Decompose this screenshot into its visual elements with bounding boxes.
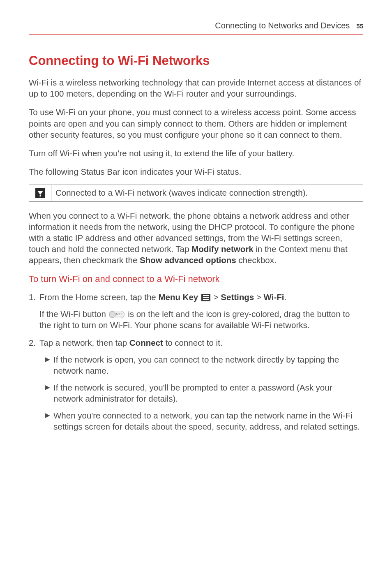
intro-para-1: Wi-Fi is a wireless networking technolog… xyxy=(29,77,363,99)
step-2: 2. Tap a network, then tap Connect to co… xyxy=(29,337,363,348)
step-2-text-2: to connect to it. xyxy=(163,338,223,347)
wifi-label: Wi-Fi xyxy=(264,292,284,302)
step-2-number: 2. xyxy=(29,337,36,348)
bullet-arrow-icon: ▶ xyxy=(45,383,50,391)
step-1-number: 1. xyxy=(29,291,36,303)
step1-sub-text-1: If the Wi-Fi button xyxy=(39,309,108,319)
step-2-text-1: Tap a network, then tap xyxy=(39,338,129,347)
step-1-period: . xyxy=(284,292,286,302)
step-1-sep-2: > xyxy=(254,292,263,302)
dhcp-para: When you connect to a Wi-Fi network, the… xyxy=(29,210,363,266)
intro-para-3: Turn off Wi-Fi when you're not using it,… xyxy=(29,148,363,159)
show-advanced-options-label: Show advanced options xyxy=(140,255,236,265)
page-number: 55 xyxy=(356,22,363,30)
section-subtitle: To turn Wi-Fi on and connect to a Wi-Fi … xyxy=(29,273,363,286)
step-1-sep-1: > xyxy=(211,292,221,302)
menu-key-icon xyxy=(201,294,210,301)
status-icon-cell xyxy=(29,185,51,201)
dhcp-text-3: checkbox. xyxy=(236,255,277,265)
bullet-2: ▶ If the network is secured, you'll be p… xyxy=(29,382,363,404)
step-1: 1. From the Home screen, tap the Menu Ke… xyxy=(29,291,363,303)
settings-label: Settings xyxy=(221,292,254,302)
menu-key-label: Menu Key xyxy=(158,292,201,302)
bullet-1-text: If the network is open, you can connect … xyxy=(53,355,339,375)
bullet-3: ▶ When you're connected to a network, yo… xyxy=(29,410,363,432)
intro-para-4: The following Status Bar icon indicates … xyxy=(29,166,363,177)
page-header: Connecting to Networks and Devices 55 xyxy=(29,20,363,35)
bullet-1: ▶ If the network is open, you can connec… xyxy=(29,354,363,376)
wifi-connected-icon xyxy=(35,188,45,198)
header-title: Connecting to Networks and Devices xyxy=(215,20,350,31)
intro-para-2: To use Wi-Fi on your phone, you must con… xyxy=(29,106,363,140)
connect-label: Connect xyxy=(129,338,163,347)
status-icon-table: Connected to a Wi-Fi network (waves indi… xyxy=(29,185,363,202)
bullet-arrow-icon: ▶ xyxy=(45,355,50,363)
bullet-2-text: If the network is secured, you'll be pro… xyxy=(53,383,332,403)
modify-network-label: Modify network xyxy=(191,244,253,254)
bullet-3-text: When you're connected to a network, you … xyxy=(53,411,360,431)
step-1-text-1: From the Home screen, tap the xyxy=(39,292,158,302)
bullet-arrow-icon: ▶ xyxy=(45,411,50,419)
status-text: Connected to a Wi-Fi network (waves indi… xyxy=(51,185,363,201)
page-title: Connecting to Wi-Fi Networks xyxy=(29,52,363,69)
wifi-toggle-off-icon xyxy=(109,311,125,318)
step-1-substep: If the Wi-Fi button is on the left and t… xyxy=(29,308,363,331)
